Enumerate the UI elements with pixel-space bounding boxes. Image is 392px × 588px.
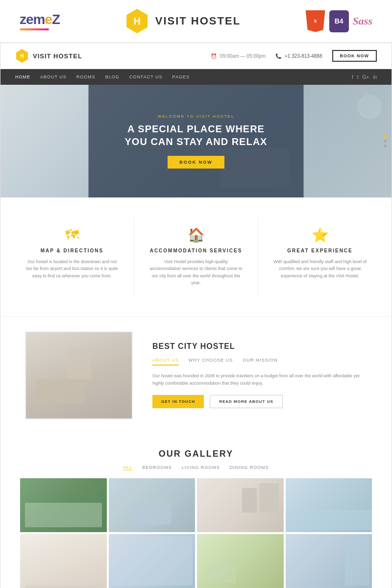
site-logo-text: VISIT HOSTEL bbox=[33, 52, 82, 60]
gallery-item-7[interactable] bbox=[197, 534, 284, 588]
about-title: BEST CITY HOSTEL bbox=[152, 342, 367, 351]
house-icon: 🏠 bbox=[149, 227, 243, 243]
feature-accomm-text: Visit Hostel provides high-quality accom… bbox=[149, 258, 243, 287]
tab-mission[interactable]: OUR MISSION bbox=[243, 358, 278, 366]
nav-blog[interactable]: Blog bbox=[105, 74, 120, 79]
site-logo: H VISIT HOSTEL bbox=[15, 49, 82, 63]
bootstrap-badge: B4 bbox=[329, 10, 349, 32]
hero-subtitle: WELCOME TO VISIT HOSTEL bbox=[125, 114, 268, 119]
site-header: H VISIT HOSTEL ⏰ 09:00am — 05:00pm 📞 +1 … bbox=[0, 43, 392, 69]
tab-why-choose[interactable]: WHY CHOOSE US bbox=[189, 358, 233, 366]
book-now-button[interactable]: BOOK NOW bbox=[332, 50, 377, 62]
nav-social: f t G+ in bbox=[352, 74, 377, 80]
about-image bbox=[25, 331, 133, 419]
about-buttons: GET IN TOUCH READ MORE ABOUT US bbox=[152, 395, 367, 408]
feature-exp-title: GREAT EXPERIENCE bbox=[273, 248, 367, 253]
gallery-item-5[interactable] bbox=[20, 534, 107, 588]
tab-about-us[interactable]: ABOUT US bbox=[152, 358, 179, 366]
filter-bedrooms[interactable]: BEDROOMS bbox=[142, 465, 172, 470]
hero-content: WELCOME TO VISIT HOSTEL A SPECIAL PLACE … bbox=[125, 114, 268, 169]
html5-badge: 5 bbox=[306, 10, 325, 32]
feature-map-title: MAP & DIRECTIONS bbox=[25, 248, 119, 253]
sass-badge: Sass bbox=[353, 15, 372, 27]
business-hours: ⏰ 09:00am — 05:00pm bbox=[211, 53, 266, 59]
feature-exp-text: With qualified and friendly staff and hi… bbox=[273, 258, 367, 279]
gallery-section: OUR GALLERY ALL BEDROOMS LIVING ROOMS DI… bbox=[0, 434, 392, 588]
hero-book-button[interactable]: BOOK NOW bbox=[168, 156, 224, 169]
gallery-filters: ALL BEDROOMS LIVING ROOMS DINING ROOMS bbox=[10, 465, 382, 470]
gallery-grid bbox=[20, 478, 372, 588]
tech-badges: 5 B4 Sass bbox=[306, 10, 372, 32]
hero-dot-3[interactable] bbox=[384, 145, 387, 147]
site-header-info: ⏰ 09:00am — 05:00pm 📞 +1 323-813-4888 BO… bbox=[211, 50, 377, 62]
feature-accomm-title: ACCOMMODATION SERVICES bbox=[149, 248, 243, 253]
features-section: 🗺 MAP & DIRECTIONS Our hostel is located… bbox=[0, 197, 392, 316]
hero-section: WELCOME TO VISIT HOSTEL A SPECIAL PLACE … bbox=[0, 85, 392, 197]
top-banner: zemeZ H VISIT HOSTEL 5 B4 Sass bbox=[0, 0, 392, 43]
nav-home[interactable]: Home bbox=[15, 74, 30, 79]
map-icon: 🗺 bbox=[25, 227, 119, 243]
hex-logo: H bbox=[125, 9, 149, 33]
hero-dots bbox=[384, 135, 387, 147]
gallery-item-1[interactable] bbox=[20, 478, 107, 532]
filter-all[interactable]: ALL bbox=[123, 465, 132, 470]
get-in-touch-button[interactable]: GET IN TOUCH bbox=[152, 395, 204, 408]
feature-accommodation: 🏠 ACCOMMODATION SERVICES Visit Hostel pr… bbox=[134, 217, 258, 296]
about-section: BEST CITY HOSTEL ABOUT US WHY CHOOSE US … bbox=[0, 316, 392, 434]
site-hex-icon: H bbox=[15, 49, 29, 63]
nav-contact[interactable]: Contact Us bbox=[129, 74, 163, 79]
gallery-item-6[interactable] bbox=[109, 534, 196, 588]
gallery-item-2[interactable] bbox=[109, 478, 196, 532]
nav-about[interactable]: About Us bbox=[40, 74, 67, 79]
nav-rooms[interactable]: Rooms bbox=[76, 74, 96, 79]
about-tabs: ABOUT US WHY CHOOSE US OUR MISSION bbox=[152, 358, 367, 366]
gallery-title: OUR GALLERY bbox=[10, 449, 382, 459]
about-content: BEST CITY HOSTEL ABOUT US WHY CHOOSE US … bbox=[152, 342, 367, 409]
brand-name: VISIT HOSTEL bbox=[155, 15, 241, 27]
facebook-icon[interactable]: f bbox=[352, 74, 353, 80]
twitter-icon[interactable]: t bbox=[357, 74, 359, 80]
gallery-item-4[interactable] bbox=[286, 478, 372, 532]
phone-number: 📞 +1 323-813-4888 bbox=[275, 53, 322, 59]
filter-dining[interactable]: DINING ROOMS bbox=[230, 465, 269, 470]
feature-map-text: Our hostel is located in the downtown an… bbox=[25, 258, 119, 279]
hero-dot-1[interactable] bbox=[384, 135, 387, 138]
gallery-item-8[interactable] bbox=[286, 534, 372, 588]
feature-experience: ⭐ GREAT EXPERIENCE With qualified and fr… bbox=[258, 217, 382, 296]
filter-living[interactable]: LIVING ROOMS bbox=[182, 465, 220, 470]
nav-links: Home About Us Rooms Blog Contact Us Page… bbox=[15, 74, 190, 79]
google-plus-icon[interactable]: G+ bbox=[363, 74, 369, 80]
gallery-item-3[interactable] bbox=[197, 478, 284, 532]
nav-pages[interactable]: Pages bbox=[172, 74, 190, 79]
feature-map: 🗺 MAP & DIRECTIONS Our hostel is located… bbox=[10, 217, 134, 296]
site-nav: Home About Us Rooms Blog Contact Us Page… bbox=[0, 69, 392, 85]
read-more-button[interactable]: READ MORE ABOUT US bbox=[210, 395, 283, 408]
star-icon: ⭐ bbox=[273, 227, 367, 243]
center-brand: H VISIT HOSTEL bbox=[125, 9, 241, 33]
hero-title: A SPECIAL PLACE WHEREYOU CAN STAY AND RE… bbox=[125, 122, 268, 148]
website-preview: H VISIT HOSTEL ⏰ 09:00am — 05:00pm 📞 +1 … bbox=[0, 43, 392, 588]
hero-dot-2[interactable] bbox=[384, 140, 387, 143]
about-text: Our hostel was founded in 2008 to provid… bbox=[152, 372, 367, 388]
instagram-icon[interactable]: in bbox=[373, 74, 377, 80]
zemes-logo: zemeZ bbox=[20, 12, 60, 30]
